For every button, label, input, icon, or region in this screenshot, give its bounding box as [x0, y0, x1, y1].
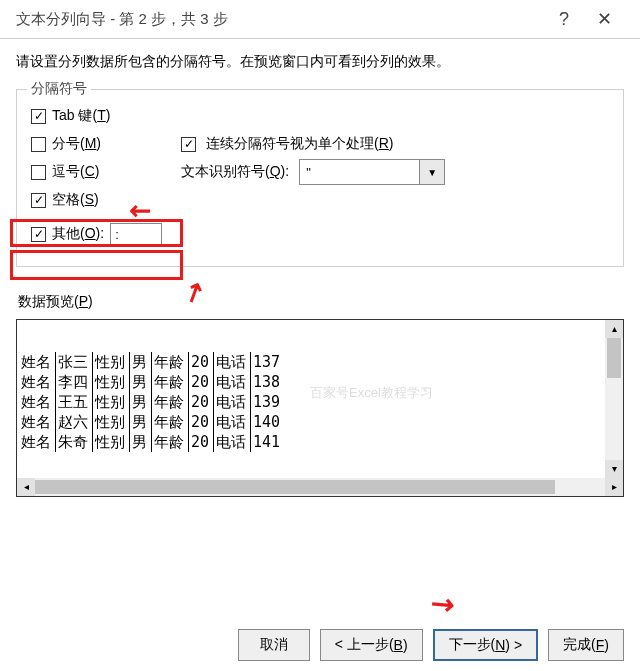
- table-cell: 男: [130, 432, 152, 452]
- table-cell: 李四: [56, 372, 93, 392]
- close-icon[interactable]: ✕: [584, 8, 624, 30]
- table-cell: 性别: [93, 392, 130, 412]
- table-cell: 年龄: [152, 432, 189, 452]
- table-cell: 男: [130, 412, 152, 432]
- scroll-right-icon[interactable]: ▸: [605, 478, 623, 496]
- table-row: 姓名李四性别男年龄20电话138: [17, 372, 284, 392]
- titlebar: 文本分列向导 - 第 2 步，共 3 步 ? ✕: [0, 0, 640, 38]
- scroll-down-icon[interactable]: ▾: [605, 460, 623, 478]
- consecutive-checkbox[interactable]: [181, 137, 196, 152]
- comma-checkbox[interactable]: [31, 165, 46, 180]
- next-button[interactable]: 下一步(N) >: [433, 629, 539, 661]
- table-cell: 姓名: [17, 412, 56, 432]
- consecutive-label: 连续分隔符号视为单个处理(R): [206, 135, 393, 153]
- table-cell: 性别: [93, 372, 130, 392]
- text-qualifier-input[interactable]: [299, 159, 419, 185]
- scroll-thumb-horizontal[interactable]: [35, 480, 555, 494]
- preview-table: 姓名张三性别男年龄20电话137姓名李四性别男年龄20电话138姓名王五性别男年…: [17, 352, 284, 452]
- delimiters-group: 分隔符号 Tab 键(T) 分号(M) 连续分隔符号视为单个处理(R) 逗号(C…: [16, 89, 624, 267]
- table-cell: 年龄: [152, 392, 189, 412]
- table-row: 姓名王五性别男年龄20电话139: [17, 392, 284, 412]
- table-row: 姓名赵六性别男年龄20电话140: [17, 412, 284, 432]
- table-cell: 姓名: [17, 392, 56, 412]
- comma-label: 逗号(C): [52, 163, 99, 181]
- table-cell: 20: [189, 392, 214, 412]
- table-cell: 20: [189, 352, 214, 372]
- table-cell: 姓名: [17, 372, 56, 392]
- button-row: 取消 < 上一步(B) 下一步(N) > 完成(F): [238, 629, 624, 661]
- other-label: 其他(O):: [52, 225, 104, 243]
- preview-box: 姓名张三性别男年龄20电话137姓名李四性别男年龄20电话138姓名王五性别男年…: [16, 319, 624, 497]
- tab-checkbox[interactable]: [31, 109, 46, 124]
- table-cell: 年龄: [152, 412, 189, 432]
- semicolon-label: 分号(M): [52, 135, 101, 153]
- chevron-down-icon[interactable]: ▼: [419, 159, 445, 185]
- table-cell: 赵六: [56, 412, 93, 432]
- table-cell: 140: [251, 412, 285, 432]
- annotation-arrow-icon: ↘: [422, 584, 461, 624]
- table-cell: 男: [130, 372, 152, 392]
- table-cell: 张三: [56, 352, 93, 372]
- preview-scrollbar-vertical[interactable]: ▴ ▾: [605, 320, 623, 478]
- cancel-button[interactable]: 取消: [238, 629, 310, 661]
- scroll-thumb-vertical[interactable]: [607, 338, 621, 378]
- table-cell: 电话: [214, 432, 251, 452]
- table-cell: 20: [189, 412, 214, 432]
- table-cell: 姓名: [17, 432, 56, 452]
- back-button[interactable]: < 上一步(B): [320, 629, 423, 661]
- table-cell: 138: [251, 372, 285, 392]
- scroll-up-icon[interactable]: ▴: [605, 320, 623, 338]
- finish-button[interactable]: 完成(F): [548, 629, 624, 661]
- tab-label: Tab 键(T): [52, 107, 110, 125]
- instruction-text: 请设置分列数据所包含的分隔符号。在预览窗口内可看到分列的效果。: [0, 39, 640, 79]
- table-cell: 137: [251, 352, 285, 372]
- other-checkbox[interactable]: [31, 227, 46, 242]
- table-cell: 20: [189, 432, 214, 452]
- semicolon-checkbox[interactable]: [31, 137, 46, 152]
- table-cell: 电话: [214, 412, 251, 432]
- table-cell: 电话: [214, 372, 251, 392]
- table-cell: 年龄: [152, 372, 189, 392]
- group-legend: 分隔符号: [27, 80, 91, 98]
- preview-content: 姓名张三性别男年龄20电话137姓名李四性别男年龄20电话138姓名王五性别男年…: [17, 320, 605, 478]
- table-cell: 年龄: [152, 352, 189, 372]
- space-checkbox[interactable]: [31, 193, 46, 208]
- preview-scrollbar-horizontal[interactable]: ◂ ▸: [17, 478, 623, 496]
- table-cell: 男: [130, 352, 152, 372]
- space-label: 空格(S): [52, 191, 99, 209]
- table-cell: 20: [189, 372, 214, 392]
- window-title: 文本分列向导 - 第 2 步，共 3 步: [16, 10, 228, 29]
- table-cell: 性别: [93, 412, 130, 432]
- table-cell: 性别: [93, 432, 130, 452]
- preview-label: 数据预览(P): [18, 293, 622, 311]
- table-row: 姓名张三性别男年龄20电话137: [17, 352, 284, 372]
- help-icon[interactable]: ?: [544, 9, 584, 30]
- table-cell: 139: [251, 392, 285, 412]
- text-qualifier-combo[interactable]: ▼: [299, 159, 445, 185]
- text-qualifier-label: 文本识别符号(Q):: [181, 163, 289, 181]
- table-cell: 电话: [214, 392, 251, 412]
- table-row: 姓名朱奇性别男年龄20电话141: [17, 432, 284, 452]
- table-cell: 141: [251, 432, 285, 452]
- table-cell: 王五: [56, 392, 93, 412]
- table-cell: 电话: [214, 352, 251, 372]
- table-cell: 姓名: [17, 352, 56, 372]
- table-cell: 性别: [93, 352, 130, 372]
- table-cell: 朱奇: [56, 432, 93, 452]
- table-cell: 男: [130, 392, 152, 412]
- scroll-left-icon[interactable]: ◂: [17, 478, 35, 496]
